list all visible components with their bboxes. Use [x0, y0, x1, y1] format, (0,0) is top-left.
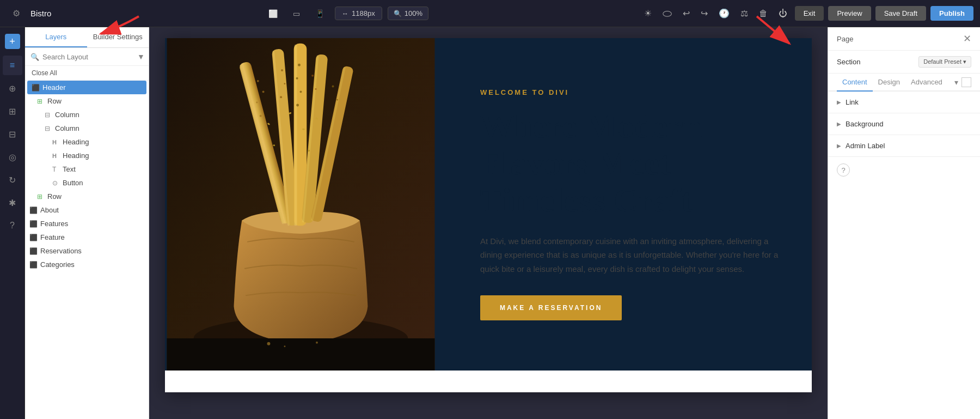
layer-item[interactable]: ⊞ Row — [25, 94, 149, 108]
hero-cta-button[interactable]: MAKE A RESERVATION — [480, 295, 622, 320]
layers-panel: Layers Builder Settings 🔍 ▼ Close All ⬛ … — [25, 27, 149, 419]
accordion-background-label: Background — [846, 120, 883, 128]
svg-point-36 — [284, 345, 285, 347]
accordion-background-header[interactable]: ▶ Background — [828, 113, 980, 135]
right-panel-header: Page ✕ — [828, 27, 980, 51]
row-icon: ⊞ — [37, 193, 45, 201]
svg-point-16 — [296, 77, 298, 80]
layer-label: Feature — [40, 233, 65, 241]
toggle-btn[interactable]: ⬭ — [659, 5, 675, 22]
trash-icon[interactable]: 🗑 — [756, 7, 771, 21]
hero-food-image — [165, 38, 437, 371]
section-icon: ⬛ — [29, 220, 38, 228]
right-panel-section-header: Section Default Preset ▾ — [828, 51, 980, 74]
tab-builder-settings[interactable]: Builder Settings — [87, 27, 149, 47]
accordion-link-header[interactable]: ▶ Link — [828, 92, 980, 113]
section-icon: ⬛ — [29, 207, 38, 214]
tab-design[interactable]: Design — [873, 74, 905, 92]
save-draft-button[interactable]: Save Draft — [875, 6, 926, 21]
layer-label: Column — [55, 111, 79, 119]
tools-icon[interactable]: ✱ — [3, 193, 22, 212]
layer-item[interactable]: ⊟ Column — [25, 108, 149, 122]
layer-label: Heading — [63, 138, 89, 146]
layer-item[interactable]: H Heading — [25, 149, 149, 162]
zoom-display[interactable]: 🔍 100% — [388, 7, 428, 20]
app-title: Bistro — [30, 9, 51, 18]
section-icon: ⬛ — [29, 234, 38, 241]
layer-label: Column — [55, 124, 79, 132]
tab-content[interactable]: Content — [837, 74, 873, 92]
global-icon[interactable]: ◎ — [3, 147, 22, 167]
add-element-button[interactable]: + — [5, 34, 20, 49]
help-icon[interactable]: ? — [3, 216, 22, 235]
topbar-center: ⬜ ▭ 📱 ↔ 1188px 🔍 100% — [57, 7, 635, 21]
layer-item[interactable]: ⬛ Categories — [25, 258, 149, 271]
topbar-left: ⚙ Bistro — [7, 4, 51, 23]
layer-label: Row — [47, 97, 62, 105]
redo-icon[interactable]: ↪ — [697, 6, 711, 21]
svg-point-4 — [257, 80, 259, 82]
search-icon[interactable]: ⊕ — [3, 78, 22, 98]
heading-icon: H — [52, 153, 60, 159]
modules-icon[interactable]: ⊞ — [3, 101, 22, 121]
tab-advanced[interactable]: Advanced — [905, 74, 948, 92]
history-icon[interactable]: 🕐 — [715, 6, 733, 21]
section-icon: ⬛ — [29, 261, 38, 269]
text-icon: T — [52, 166, 60, 173]
col-icon: ⊟ — [45, 125, 52, 132]
search-icon2: 🔍 — [30, 53, 39, 61]
svg-point-7 — [260, 115, 262, 117]
layers-tabs: Layers Builder Settings — [25, 27, 149, 48]
section-icon: ⬛ — [32, 84, 40, 92]
main-layout: + ≡ ⊕ ⊞ ⊟ ◎ ↻ ✱ ? Layers Builder Setting… — [0, 27, 980, 419]
layer-item[interactable]: H Heading — [25, 135, 149, 149]
layer-item[interactable]: T Text — [25, 162, 149, 176]
layer-item[interactable]: ⬛ Features — [25, 217, 149, 230]
button-icon: ⊙ — [52, 179, 60, 187]
preview-button[interactable]: Preview — [828, 6, 871, 21]
layer-label: Row — [47, 192, 62, 201]
layer-item[interactable]: ⬛ About — [25, 203, 149, 217]
canvas-area: WELCOME TO DIVI Where Modern Flavors Mee… — [149, 27, 828, 419]
accordion-admin-label-header[interactable]: ▶ Admin Label — [828, 135, 980, 156]
help-button[interactable]: ? — [837, 163, 850, 177]
mobile-device-btn[interactable]: 📱 — [310, 7, 329, 21]
svg-point-34 — [267, 342, 270, 345]
tablet-device-btn[interactable]: ▭ — [288, 7, 305, 21]
filter-icon[interactable]: ▼ — [137, 52, 145, 61]
layouts-icon[interactable]: ⊟ — [3, 124, 22, 144]
layer-label: Reservations — [40, 247, 82, 255]
close-all-button[interactable]: Close All — [25, 66, 149, 81]
layer-item[interactable]: ⊙ Button — [25, 176, 149, 190]
tab-layers[interactable]: Layers — [25, 27, 87, 47]
tabs-more-icon[interactable]: ▾ — [954, 78, 958, 87]
power-icon[interactable]: ⏻ — [775, 7, 791, 21]
search-input[interactable] — [42, 53, 134, 61]
layer-label: Categories — [40, 260, 75, 269]
layer-item[interactable]: ⊟ Column — [25, 122, 149, 135]
tab-square-icon[interactable] — [961, 77, 971, 87]
close-panel-button[interactable]: ✕ — [963, 33, 971, 45]
history2-icon[interactable]: ↻ — [3, 170, 22, 190]
preset-select[interactable]: Default Preset ▾ — [918, 56, 971, 68]
layer-item[interactable]: ⬛ Header — [27, 81, 146, 94]
svg-point-12 — [280, 96, 282, 98]
svg-point-29 — [302, 129, 305, 130]
width-display[interactable]: ↔ 1188px — [335, 7, 382, 20]
settings-icon[interactable]: ⚙ — [7, 4, 26, 23]
undo-icon[interactable]: ↩ — [679, 6, 693, 21]
desktop-device-btn[interactable]: ⬜ — [264, 7, 283, 21]
hero-title: Where Modern Flavors Meet Timeless Craft — [480, 107, 779, 219]
layers-icon[interactable]: ≡ — [3, 56, 22, 75]
settings2-icon[interactable]: ⚖ — [737, 6, 751, 21]
layer-item[interactable]: ⬛ Reservations — [25, 244, 149, 258]
layer-item[interactable]: ⊞ Row — [25, 190, 149, 203]
right-panel-tabs: Content Design Advanced ▾ — [828, 74, 980, 92]
svg-point-15 — [298, 64, 301, 66]
layers-search-bar: 🔍 ▼ — [25, 48, 149, 66]
layer-item[interactable]: ⬛ Feature — [25, 230, 149, 244]
theme-toggle-icon[interactable]: ☀ — [641, 6, 655, 21]
publish-button[interactable]: Publish — [930, 6, 973, 21]
svg-point-26 — [336, 99, 338, 101]
exit-button[interactable]: Exit — [795, 6, 824, 21]
